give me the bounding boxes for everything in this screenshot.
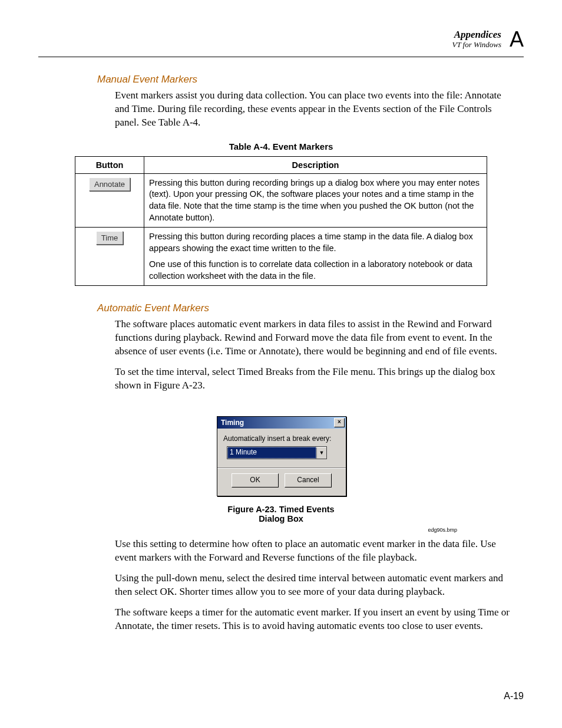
description-cell: Pressing this button during recording br… xyxy=(144,173,487,227)
figure-source-filename: edg90s.bmp xyxy=(428,527,457,533)
dialog-body: Automatically insert a break every: 1 Mi… xyxy=(217,429,346,496)
cancel-button[interactable]: Cancel xyxy=(285,473,332,487)
interval-combobox[interactable]: 1 Minute ▼ xyxy=(227,446,327,459)
paragraph: Event markers assist you during data col… xyxy=(115,89,515,130)
table-row: Annotate Pressing this button during rec… xyxy=(75,173,487,227)
paragraph: To set the time interval, select Timed B… xyxy=(115,365,515,393)
paragraph: Using the pull-down menu, select the des… xyxy=(115,572,515,599)
page: Appendices VT for Windows A Manual Event… xyxy=(0,0,562,728)
description-text: One use of this function is to correlate… xyxy=(149,259,482,282)
page-number: A-19 xyxy=(504,691,524,701)
dialog-titlebar: Timing × xyxy=(217,417,346,429)
page-header: Appendices VT for Windows A xyxy=(38,29,524,57)
description-text: Pressing this button during recording br… xyxy=(149,177,482,223)
table-caption: Table A-4. Event Markers xyxy=(38,141,524,151)
col-header-description: Description xyxy=(144,156,487,173)
dialog-title-text: Timing xyxy=(221,419,244,427)
paragraph: Use this setting to determine how often … xyxy=(115,538,515,565)
dialog-button-row: OK Cancel xyxy=(223,473,340,491)
annotate-button[interactable]: Annotate xyxy=(89,177,130,191)
dialog-label: Automatically insert a break every: xyxy=(223,434,340,443)
table-header-row: Button Description xyxy=(75,156,487,173)
header-text-block: Appendices VT for Windows xyxy=(452,29,501,49)
event-markers-table: Button Description Annotate Pressing thi… xyxy=(75,156,487,286)
table-row: Time Pressing this button during recordi… xyxy=(75,228,487,286)
description-cell: Pressing this button during recording pl… xyxy=(144,228,487,286)
button-cell: Annotate xyxy=(75,173,144,227)
button-cell: Time xyxy=(75,228,144,286)
header-appendix-letter: A xyxy=(510,27,524,52)
ok-button[interactable]: OK xyxy=(232,473,279,487)
paragraph: The software keeps a timer for the autom… xyxy=(115,606,515,633)
dialog-separator xyxy=(217,467,346,469)
heading-manual-event-markers: Manual Event Markers xyxy=(97,74,524,85)
chevron-down-icon[interactable]: ▼ xyxy=(316,447,326,459)
close-icon[interactable]: × xyxy=(334,418,345,427)
header-subtitle: VT for Windows xyxy=(452,41,501,49)
header-title: Appendices xyxy=(452,29,501,41)
heading-automatic-event-markers: Automatic Event Markers xyxy=(97,302,524,314)
description-text: Pressing this button during recording pl… xyxy=(149,231,482,254)
col-header-button: Button xyxy=(75,156,144,173)
figure-caption: Figure A-23. Timed Events Dialog Box xyxy=(217,505,345,523)
timing-dialog: Timing × Automatically insert a break ev… xyxy=(217,416,346,496)
combobox-value: 1 Minute xyxy=(227,447,316,459)
paragraph: The software places automatic event mark… xyxy=(115,318,515,358)
figure-timed-events-dialog: Timing × Automatically insert a break ev… xyxy=(217,416,345,523)
time-button[interactable]: Time xyxy=(96,231,123,245)
